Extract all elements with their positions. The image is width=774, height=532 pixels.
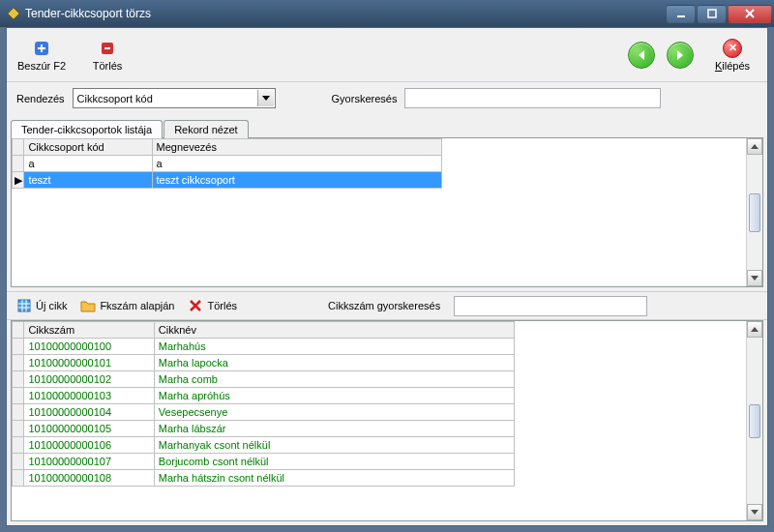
svg-marker-10 [639,50,644,60]
order-label: Rendezés [16,93,65,104]
maximize-button[interactable] [697,5,727,23]
table-row[interactable]: 10100000000106Marhanyak csont nélkül [13,437,515,454]
window-title: Tender-cikkcsoport törzs [25,7,665,20]
arrow-left-icon [636,49,647,61]
item-quicksearch-input[interactable] [454,296,647,316]
quicksearch-input[interactable] [404,88,661,108]
cell-group-code[interactable]: a [24,156,152,172]
close-icon: ✕ [723,39,742,58]
cell-item-code[interactable]: 10100000000101 [24,355,154,371]
row-indicator [13,388,24,404]
row-indicator [13,404,24,421]
row-indicator: ▶ [13,172,24,189]
col-item-code[interactable]: Cikkszám [24,322,154,339]
cell-item-code[interactable]: 10100000000103 [24,388,154,404]
chevron-down-icon [257,90,274,106]
col-group-name[interactable]: Megnevezés [152,139,441,156]
scroll-down-icon[interactable] [747,504,762,520]
cell-item-name[interactable]: Vesepecsenye [154,404,514,421]
cell-item-code[interactable]: 10100000000102 [24,371,154,388]
scroll-up-icon[interactable] [747,138,762,155]
table-row[interactable]: ▶tesztteszt cikkcsoport [13,172,442,189]
cell-item-code[interactable]: 10100000000105 [24,421,154,437]
cell-group-name[interactable]: a [152,156,441,172]
tab-strip: Tender-cikkcsoportok listája Rekord néze… [7,114,767,137]
client-area: Beszúr F2 Törlés ✕ Kilépés Rendezés [6,27,768,526]
table-row[interactable]: 10100000000101Marha lapocka [13,355,515,371]
cell-item-name[interactable]: Marha comb [154,371,514,388]
window-frame: Tender-cikkcsoport törzs Beszúr F2 Törlé… [0,0,774,532]
svg-marker-11 [677,50,683,60]
cell-item-code[interactable]: 10100000000108 [24,470,154,487]
cell-group-name[interactable]: teszt cikkcsoport [152,172,441,189]
svg-marker-14 [751,276,759,281]
scroll-down-icon[interactable] [747,270,762,286]
minimize-button[interactable] [666,5,696,23]
svg-marker-23 [751,327,759,332]
nav-prev-button[interactable] [628,42,655,69]
tab-list[interactable]: Tender-cikkcsoportok listája [11,120,163,138]
svg-rect-2 [708,10,716,17]
grid-icon [16,298,32,313]
titlebar[interactable]: Tender-cikkcsoport törzs [0,0,774,27]
row-indicator [13,355,24,371]
cell-item-name[interactable]: Borjucomb csont nélkül [154,454,514,470]
item-delete-button[interactable]: Törlés [188,298,237,313]
top-scrollbar[interactable] [746,138,762,286]
cell-item-name[interactable]: Marha lapocka [154,355,514,371]
order-combo[interactable]: Cikkcsoport kód [73,88,276,108]
cell-item-name[interactable]: Marha hátszin csont nélkül [154,470,514,487]
row-indicator [13,371,24,388]
item-grid-panel: Cikkszám Cikknév 10100000000100Marhahús1… [11,320,763,521]
by-fk-button[interactable]: Fkszám alapján [80,298,174,313]
cell-item-code[interactable]: 10100000000104 [24,404,154,421]
new-item-label: Új cikk [36,300,67,311]
item-grid[interactable]: Cikkszám Cikknév 10100000000100Marhahús1… [12,321,746,520]
scroll-thumb[interactable] [749,404,760,438]
group-grid[interactable]: Cikkcsoport kód Megnevezés aa▶tesztteszt… [12,138,746,286]
cell-item-name[interactable]: Marha apróhús [154,388,514,404]
cell-group-code[interactable]: teszt [24,172,152,189]
col-group-code[interactable]: Cikkcsoport kód [24,139,152,156]
row-indicator [13,470,24,487]
table-row[interactable]: 10100000000107Borjucomb csont nélkül [13,454,515,470]
item-quicksearch-label: Cikkszám gyorskeresés [328,300,440,311]
nav-next-button[interactable] [667,42,694,69]
cell-item-name[interactable]: Marha lábszár [154,421,514,437]
cell-item-name[interactable]: Marhanyak csont nélkül [154,437,514,454]
svg-marker-20 [81,302,95,311]
delete-button[interactable]: Törlés [80,39,134,72]
tab-record[interactable]: Rekord nézet [164,120,248,138]
table-row[interactable]: aa [13,156,442,172]
svg-marker-12 [262,96,270,101]
svg-marker-0 [8,8,19,19]
cell-item-code[interactable]: 10100000000100 [24,339,154,355]
new-item-button[interactable]: Új cikk [16,298,67,313]
app-icon [6,6,21,21]
order-combo-value: Cikkcsoport kód [77,93,153,104]
by-fk-label: Fkszám alapján [100,300,174,311]
col-item-name[interactable]: Cikknév [154,322,514,339]
scroll-thumb[interactable] [749,193,760,232]
insert-label: Beszúr F2 [17,60,66,72]
insert-button[interactable]: Beszúr F2 [15,39,69,72]
folder-icon [80,298,96,313]
scroll-up-icon[interactable] [747,321,762,338]
row-indicator [13,156,24,172]
bottom-scrollbar[interactable] [746,321,762,520]
table-row[interactable]: 10100000000108Marha hátszin csont nélkül [13,470,515,487]
plus-icon [32,39,51,58]
table-row[interactable]: 10100000000103Marha apróhús [13,388,515,404]
exit-button[interactable]: ✕ Kilépés [705,39,759,72]
table-row[interactable]: 10100000000102Marha comb [13,371,515,388]
cell-item-code[interactable]: 10100000000107 [24,454,154,470]
delete-label: Törlés [93,60,123,72]
svg-marker-13 [751,144,759,149]
cell-item-code[interactable]: 10100000000106 [24,437,154,454]
table-row[interactable]: 10100000000100Marhahús [13,339,515,355]
row-indicator [13,437,24,454]
cell-item-name[interactable]: Marhahús [154,339,514,355]
table-row[interactable]: 10100000000105Marha lábszár [13,421,515,437]
table-row[interactable]: 10100000000104Vesepecsenye [13,404,515,421]
window-close-button[interactable] [728,5,772,23]
